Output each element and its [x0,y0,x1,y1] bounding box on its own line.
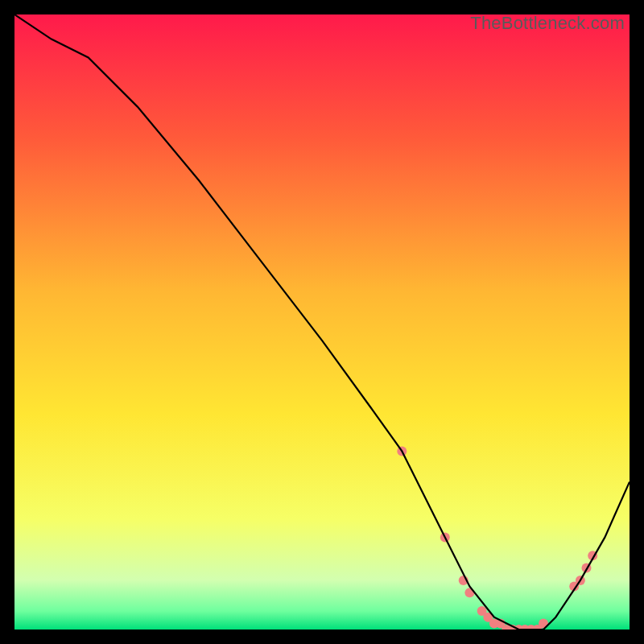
plot-background [14,14,630,630]
bottleneck-chart [14,14,630,630]
chart-frame: TheBottleneck.com [14,14,630,630]
watermark-text: TheBottleneck.com [470,13,625,34]
